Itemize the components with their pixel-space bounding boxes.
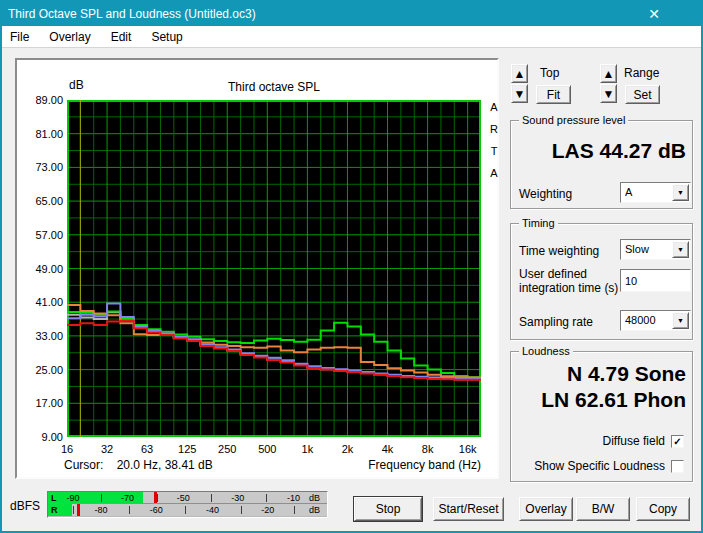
- sampling-rate-combobox[interactable]: 48000 ▼: [620, 310, 691, 331]
- window-title: Third Octave SPL and Loudness (Untitled.…: [2, 7, 256, 21]
- meter-scale-label: -40: [206, 505, 219, 515]
- y-tick-label: 81.00: [21, 127, 63, 141]
- spl-group-label: Sound pressure level: [519, 114, 628, 126]
- copy-button[interactable]: Copy: [636, 497, 690, 521]
- top-down-spinner[interactable]: ▼: [511, 84, 528, 103]
- meter-scale-label: -70: [121, 493, 134, 503]
- integration-time-label: User defined integration time (s): [519, 267, 619, 295]
- menu-bar: File Overlay Edit Setup: [2, 26, 701, 48]
- spl-group: Sound pressure level LAS 44.27 dB Weight…: [510, 120, 693, 209]
- spectrum-curve-red: [67, 321, 481, 380]
- menu-edit[interactable]: Edit: [101, 26, 142, 47]
- meter-scale-label: -80: [94, 505, 107, 515]
- meter-scale-label: -10: [287, 493, 300, 503]
- loudness-group: Loudness N 4.79 Sone LN 62.61 Phon Diffu…: [510, 351, 693, 482]
- dbfs-label: dBFS: [10, 499, 40, 513]
- x-tick-label: 16k: [459, 443, 477, 455]
- meter-row-r: R-80-60-40-20dB: [48, 504, 327, 516]
- specific-loudness-row: Show Specific Loudness: [534, 459, 684, 473]
- x-tick-label: 1k: [302, 443, 314, 455]
- range-up-spinner[interactable]: ▲: [600, 64, 617, 83]
- meter-peak-indicator: [77, 504, 80, 516]
- y-tick-label: 41.00: [21, 295, 63, 309]
- range-label: Range: [624, 66, 659, 80]
- timing-group: Timing Time weighting Slow ▼ User define…: [510, 223, 693, 340]
- meter-tick: [185, 506, 186, 514]
- range-down-spinner[interactable]: ▼: [600, 84, 617, 103]
- set-button[interactable]: Set: [625, 85, 660, 104]
- chart-panel: dB Third octave SPL A R T A 89.0081.0073…: [15, 58, 499, 479]
- meter-tick: [211, 494, 212, 502]
- title-bar: Third Octave SPL and Loudness (Untitled.…: [2, 2, 701, 26]
- menu-file[interactable]: File: [2, 26, 39, 47]
- y-tick-label: 89.00: [21, 93, 63, 107]
- meter-tick: [294, 506, 295, 514]
- arta-watermark: A R T A: [487, 96, 501, 184]
- x-tick-label: 250: [218, 443, 236, 455]
- meter-tick: [129, 506, 130, 514]
- cursor-readout: Cursor: 20.0 Hz, 38.41 dB: [64, 458, 213, 472]
- spectrum-curve-blue: [67, 304, 481, 379]
- meter-scale-label: -60: [150, 505, 163, 515]
- time-weighting-combobox[interactable]: Slow ▼: [620, 239, 691, 260]
- meter-tick: [266, 494, 267, 502]
- meter-tick: [73, 506, 74, 514]
- meter-tick: [157, 494, 158, 502]
- meter-tick: [101, 494, 102, 502]
- stop-button[interactable]: Stop: [354, 497, 422, 521]
- meter-scale-label: -30: [231, 493, 244, 503]
- timing-group-label: Timing: [519, 217, 558, 229]
- x-tick-label: 32: [101, 443, 113, 455]
- chevron-down-icon[interactable]: ▼: [672, 241, 689, 258]
- meter-channel-label: R: [51, 505, 58, 515]
- x-tick-label: 16: [61, 443, 73, 455]
- meter-tick: [241, 506, 242, 514]
- chart-title: Third octave SPL: [67, 80, 481, 94]
- meter-scale-label: -20: [261, 505, 274, 515]
- weighting-label: Weighting: [519, 187, 572, 201]
- menu-overlay[interactable]: Overlay: [39, 26, 100, 47]
- bw-button[interactable]: B/W: [576, 497, 630, 521]
- x-tick-label: 500: [258, 443, 276, 455]
- diffuse-field-label: Diffuse field: [603, 434, 665, 448]
- diffuse-field-checkbox[interactable]: ✓: [671, 435, 684, 448]
- plot-area[interactable]: [67, 100, 481, 437]
- loudness-sone-value: N 4.79 Sone: [567, 362, 686, 386]
- x-tick-label: 125: [178, 443, 196, 455]
- top-label: Top: [540, 66, 559, 80]
- y-tick-label: 49.00: [21, 262, 63, 276]
- loudness-group-label: Loudness: [519, 345, 573, 357]
- weighting-combobox[interactable]: A ▼: [620, 182, 691, 203]
- time-weighting-value: Slow: [625, 243, 649, 255]
- specific-loudness-checkbox[interactable]: [671, 460, 684, 473]
- weighting-value: A: [625, 186, 632, 198]
- meter-scale-label: dB: [309, 493, 320, 503]
- top-up-spinner[interactable]: ▲: [511, 64, 528, 83]
- meter-scale-label: -90: [67, 493, 80, 503]
- meter-scale-label: -50: [177, 493, 190, 503]
- start-reset-button[interactable]: Start/Reset: [433, 497, 504, 521]
- chevron-down-icon[interactable]: ▼: [672, 312, 689, 329]
- meter-channel-label: L: [51, 493, 57, 503]
- loudness-phon-value: LN 62.61 Phon: [541, 388, 686, 412]
- meter-row-l: L-90-70-50-30-10dB: [48, 492, 327, 504]
- integration-time-input[interactable]: [620, 269, 691, 292]
- close-icon[interactable]: ✕: [639, 2, 669, 26]
- spectrum-plot: [67, 100, 481, 437]
- menu-setup[interactable]: Setup: [141, 26, 192, 47]
- fit-button[interactable]: Fit: [536, 85, 571, 104]
- chevron-down-icon[interactable]: ▼: [672, 184, 689, 201]
- time-weighting-label: Time weighting: [519, 244, 599, 258]
- y-tick-label: 17.00: [21, 396, 63, 410]
- y-tick-label: 57.00: [21, 228, 63, 242]
- diffuse-field-row: Diffuse field ✓: [603, 434, 684, 448]
- meter-scale-label: dB: [309, 505, 320, 515]
- app-window: Third Octave SPL and Loudness (Untitled.…: [0, 0, 703, 533]
- y-tick-label: 9.00: [21, 430, 63, 444]
- overlay-button[interactable]: Overlay: [519, 497, 573, 521]
- spl-value: LAS 44.27 dB: [552, 139, 686, 163]
- y-tick-label: 73.00: [21, 160, 63, 174]
- y-tick-label: 25.00: [21, 363, 63, 377]
- y-tick-label: 65.00: [21, 194, 63, 208]
- sampling-rate-value: 48000: [625, 314, 656, 326]
